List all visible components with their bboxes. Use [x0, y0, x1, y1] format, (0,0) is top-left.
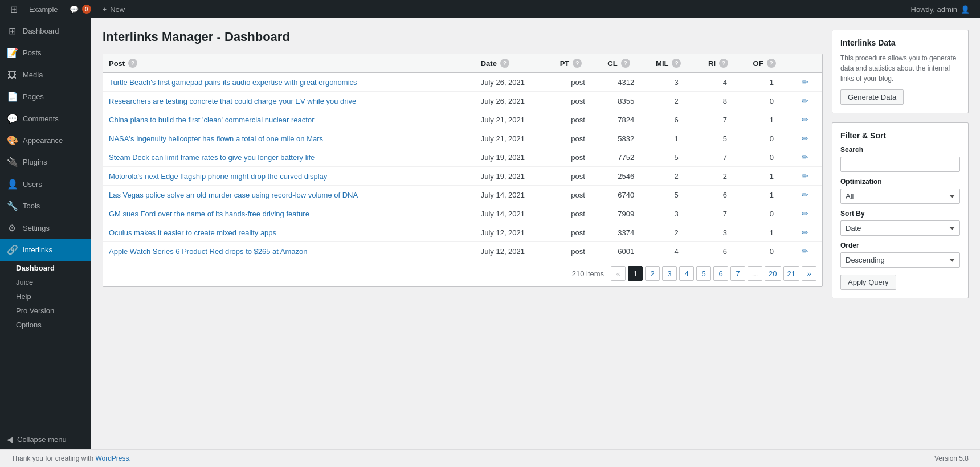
- date-help-icon[interactable]: ?: [500, 59, 509, 68]
- pagination-page-7[interactable]: 7: [730, 266, 745, 281]
- sidebar-item-label: Tools: [23, 201, 40, 211]
- pagination-page-5[interactable]: 5: [696, 266, 711, 281]
- sort-by-select[interactable]: Date Title CL RI OF: [840, 220, 960, 236]
- post-link[interactable]: Oculus makes it easier to create mixed r…: [109, 228, 276, 237]
- cell-mil: 2: [650, 167, 703, 186]
- sidebar-sub-pro[interactable]: Pro Version: [0, 304, 91, 318]
- sidebar-item-interlinks[interactable]: 🔗 Interlinks: [0, 239, 91, 261]
- adminbar-site[interactable]: Example: [23, 0, 64, 18]
- sidebar-sub-options[interactable]: Options: [0, 318, 91, 332]
- edit-icon[interactable]: ✏: [802, 153, 808, 162]
- pagination: 210 items « 1 2 3 4 5 6 7 ... 20 21 »: [103, 260, 822, 286]
- cell-of: 1: [748, 186, 797, 204]
- post-help-icon[interactable]: ?: [128, 59, 137, 68]
- interlinks-icon: 🔗: [7, 244, 17, 256]
- post-link[interactable]: Las Vegas police solve an old murder cas…: [109, 191, 358, 199]
- footer-version: Version 5.8: [934, 454, 969, 462]
- cell-edit: ✏: [796, 92, 822, 110]
- post-link[interactable]: Apple Watch Series 6 Product Red drops t…: [109, 247, 308, 256]
- cell-of: 0: [748, 148, 797, 167]
- post-link[interactable]: Motorola's next Edge flagship phone migh…: [109, 172, 327, 181]
- pagination-next[interactable]: »: [802, 266, 816, 281]
- collapse-menu-button[interactable]: ◀ Collapse menu: [0, 429, 91, 449]
- table-row: Steam Deck can limit frame rates to give…: [103, 148, 822, 167]
- cell-ri: 4: [703, 73, 748, 92]
- adminbar-new[interactable]: + New: [97, 0, 131, 18]
- adminbar-howdy[interactable]: Howdy, admin 👤: [905, 0, 975, 18]
- users-icon: 👤: [7, 178, 17, 191]
- post-link[interactable]: China plans to build the first 'clean' c…: [109, 116, 314, 124]
- post-link[interactable]: Researchers are testing concrete that co…: [109, 97, 356, 105]
- mil-help-icon[interactable]: ?: [672, 59, 681, 68]
- pagination-page-6[interactable]: 6: [713, 266, 728, 281]
- interlinks-data-box: Interlinks Data This procedure allows yo…: [832, 30, 969, 113]
- sidebar-sub-dashboard[interactable]: Dashboard: [0, 261, 91, 275]
- filter-sort-title: Filter & Sort: [840, 131, 960, 140]
- edit-icon[interactable]: ✏: [802, 247, 808, 256]
- sidebar-item-users[interactable]: 👤 Users: [0, 174, 91, 195]
- sidebar-item-appearance[interactable]: 🎨 Appearance: [0, 130, 91, 151]
- cell-date: July 14, 2021: [475, 186, 554, 204]
- cell-of: 1: [748, 167, 797, 186]
- sidebar-item-plugins[interactable]: 🔌 Plugins: [0, 151, 91, 173]
- order-select[interactable]: Descending Ascending: [840, 252, 960, 268]
- sidebar-item-dashboard[interactable]: ⊞ Dashboard: [0, 21, 91, 42]
- cell-pt: post: [554, 167, 602, 186]
- cell-ri: 6: [703, 242, 748, 261]
- edit-icon[interactable]: ✏: [802, 134, 808, 143]
- generate-data-button[interactable]: Generate Data: [840, 89, 904, 105]
- sidebar-item-posts[interactable]: 📝 Posts: [0, 42, 91, 64]
- sidebar-item-pages[interactable]: 📄 Pages: [0, 86, 91, 108]
- pagination-page-3[interactable]: 3: [662, 266, 677, 281]
- cl-help-icon[interactable]: ?: [621, 59, 630, 68]
- cell-of: 0: [748, 92, 797, 110]
- ri-help-icon[interactable]: ?: [719, 59, 728, 68]
- pagination-page-21[interactable]: 21: [783, 266, 799, 281]
- adminbar-comments[interactable]: 💬 0: [64, 0, 97, 18]
- optimization-select[interactable]: All Optimized Not Optimized: [840, 189, 960, 204]
- search-label: Search: [840, 146, 960, 154]
- table-body: Turtle Beach's first gamepad pairs its a…: [103, 73, 822, 261]
- col-mil: MIL ?: [650, 54, 703, 73]
- cell-edit: ✏: [796, 242, 822, 261]
- cell-of: 1: [748, 223, 797, 242]
- adminbar-logo[interactable]: ⊞: [5, 0, 23, 18]
- apply-query-button[interactable]: Apply Query: [840, 275, 896, 290]
- cell-cl: 6740: [602, 186, 650, 204]
- pagination-page-20[interactable]: 20: [765, 266, 781, 281]
- sidebar-sub-juice[interactable]: Juice: [0, 275, 91, 289]
- edit-icon[interactable]: ✏: [802, 77, 808, 87]
- edit-icon[interactable]: ✏: [802, 228, 808, 237]
- post-link[interactable]: Steam Deck can limit frame rates to give…: [109, 153, 315, 162]
- cell-cl: 7824: [602, 110, 650, 129]
- pt-help-icon[interactable]: ?: [573, 59, 582, 68]
- sidebar-sub-help[interactable]: Help: [0, 289, 91, 304]
- col-actions: [796, 54, 822, 73]
- edit-icon[interactable]: ✏: [802, 209, 808, 218]
- post-link[interactable]: NASA's Ingenuity helicopter has flown a …: [109, 134, 323, 143]
- cell-of: 0: [748, 242, 797, 261]
- col-ri: RI ?: [703, 54, 748, 73]
- sidebar-item-settings[interactable]: ⚙ Settings: [0, 218, 91, 239]
- of-help-icon[interactable]: ?: [767, 59, 776, 68]
- edit-icon[interactable]: ✏: [802, 115, 808, 124]
- wordpress-link[interactable]: WordPress.: [95, 454, 130, 462]
- search-input[interactable]: [840, 157, 960, 172]
- pagination-prev[interactable]: «: [611, 266, 626, 281]
- edit-icon[interactable]: ✏: [802, 96, 808, 105]
- edit-icon[interactable]: ✏: [802, 171, 808, 181]
- cell-cl: 3374: [602, 223, 650, 242]
- sidebar-item-media[interactable]: 🖼 Media: [0, 64, 91, 86]
- pagination-page-2[interactable]: 2: [645, 266, 660, 281]
- edit-icon[interactable]: ✏: [802, 190, 808, 199]
- cell-edit: ✏: [796, 167, 822, 186]
- post-link[interactable]: GM sues Ford over the name of its hands-…: [109, 210, 309, 218]
- pagination-page-4[interactable]: 4: [679, 266, 694, 281]
- footer-left: Thank you for creating with WordPress.: [11, 454, 131, 462]
- pagination-page-1[interactable]: 1: [628, 266, 643, 281]
- post-link[interactable]: Turtle Beach's first gamepad pairs its a…: [109, 78, 357, 87]
- sidebar-item-comments[interactable]: 💬 Comments: [0, 108, 91, 130]
- cell-mil: 5: [650, 186, 703, 204]
- sidebar-item-tools[interactable]: 🔧 Tools: [0, 195, 91, 217]
- cell-mil: 1: [650, 129, 703, 148]
